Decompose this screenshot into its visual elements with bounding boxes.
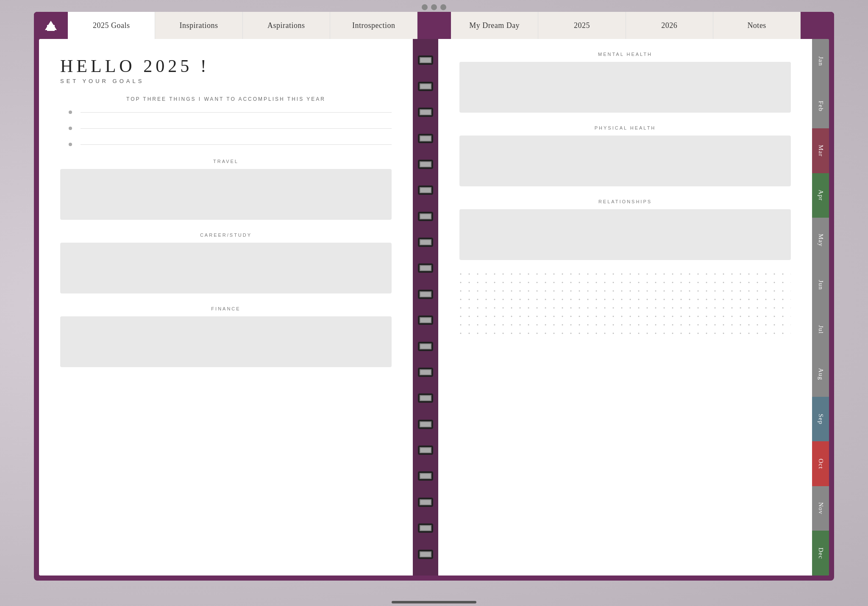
bullet-list — [60, 111, 392, 146]
travel-label: TRAVEL — [60, 159, 392, 164]
traffic-dot-3 — [440, 4, 446, 10]
month-tab-sep[interactable]: Sep — [812, 397, 829, 442]
spiral-ring-11 — [418, 315, 433, 325]
bullet-item-3 — [69, 143, 392, 146]
planner-container: 2025 Goals Inspirations Aspirations Intr… — [34, 12, 834, 581]
spiral-ring-6 — [418, 185, 433, 195]
page-right: MENTAL HEALTH PHYSICAL HEALTH RELATIONSH… — [438, 39, 812, 576]
tab-2025-goals[interactable]: 2025 Goals — [68, 12, 155, 39]
month-tab-dec[interactable]: Dec — [812, 531, 829, 576]
scrollbar[interactable] — [392, 601, 476, 603]
spiral-ring-1 — [418, 55, 433, 65]
month-tab-aug[interactable]: Aug — [812, 352, 829, 397]
mental-health-section: MENTAL HEALTH — [459, 52, 791, 113]
month-tab-apr[interactable]: Apr — [812, 173, 829, 218]
month-tab-jun[interactable]: Jun — [812, 263, 829, 307]
nav-bar: 2025 Goals Inspirations Aspirations Intr… — [34, 12, 834, 39]
tab-2026[interactable]: 2026 — [626, 12, 713, 39]
mental-health-label: MENTAL HEALTH — [459, 52, 791, 57]
bullet-line-3 — [81, 144, 392, 145]
traffic-dot-2 — [431, 4, 437, 10]
month-tabs: Jan Feb Mar Apr May Jun Jul Aug Sep Oct … — [812, 39, 829, 576]
top-section-label: TOP THREE THINGS I WANT TO ACCOMPLISH TH… — [60, 96, 392, 102]
month-tab-oct[interactable]: Oct — [812, 441, 829, 486]
home-arrow-icon — [45, 21, 57, 30]
spiral-ring-16 — [418, 446, 433, 455]
nav-home-button[interactable] — [34, 12, 68, 39]
bullet-line-1 — [81, 112, 392, 113]
mental-health-box[interactable] — [459, 62, 791, 113]
nav-gap-1 — [417, 12, 451, 39]
relationships-section: RELATIONSHIPS — [459, 199, 791, 260]
spiral-ring-3 — [418, 108, 433, 117]
bullet-dot-1 — [69, 111, 72, 114]
page-left: HELLO 2025 ! SET YOUR GOALS TOP THREE TH… — [39, 39, 413, 576]
spiral-ring-12 — [418, 342, 433, 351]
spiral-ring-13 — [418, 368, 433, 377]
month-tab-jul[interactable]: Jul — [812, 307, 829, 352]
tab-2025[interactable]: 2025 — [538, 12, 626, 39]
spiral-ring-20 — [418, 550, 433, 559]
spiral-ring-8 — [418, 238, 433, 247]
tab-notes[interactable]: Notes — [713, 12, 801, 39]
spiral-ring-5 — [418, 160, 433, 169]
spiral-binding — [413, 39, 438, 576]
tab-introspection[interactable]: Introspection — [330, 12, 417, 39]
travel-box[interactable] — [60, 169, 392, 220]
tab-my-dream-day[interactable]: My Dream Day — [451, 12, 538, 39]
traffic-dot-1 — [422, 4, 428, 10]
spiral-ring-4 — [418, 134, 433, 143]
month-tab-may[interactable]: May — [812, 218, 829, 263]
page-subtitle: SET YOUR GOALS — [60, 78, 392, 84]
spiral-ring-14 — [418, 393, 433, 403]
month-tab-mar[interactable]: Mar — [812, 128, 829, 173]
spiral-ring-10 — [418, 290, 433, 299]
bullet-item-2 — [69, 127, 392, 130]
nav-gap-2 — [801, 12, 834, 39]
spiral-ring-18 — [418, 498, 433, 507]
book-area: HELLO 2025 ! SET YOUR GOALS TOP THREE TH… — [39, 39, 829, 576]
dotted-notes-area[interactable] — [459, 273, 791, 342]
bullet-line-2 — [81, 128, 392, 129]
relationships-label: RELATIONSHIPS — [459, 199, 791, 204]
dot-grid-svg — [459, 273, 791, 340]
physical-health-box[interactable] — [459, 136, 791, 186]
spiral-ring-17 — [418, 471, 433, 481]
spiral-ring-15 — [418, 420, 433, 429]
physical-health-label: PHYSICAL HEALTH — [459, 125, 791, 130]
spiral-ring-7 — [418, 212, 433, 221]
page-number: 2 of 116 — [44, 563, 78, 574]
tab-inspirations[interactable]: Inspirations — [155, 12, 242, 39]
month-tab-jan[interactable]: Jan — [812, 39, 829, 84]
relationships-box[interactable] — [459, 209, 791, 260]
finance-label: FINANCE — [60, 306, 392, 311]
month-tab-feb[interactable]: Feb — [812, 84, 829, 129]
bullet-item-1 — [69, 111, 392, 114]
finance-box[interactable] — [60, 316, 392, 367]
svg-rect-1 — [459, 273, 791, 340]
spiral-ring-9 — [418, 263, 433, 273]
tab-aspirations[interactable]: Aspirations — [243, 12, 330, 39]
traffic-lights — [0, 0, 868, 13]
month-tab-nov[interactable]: Nov — [812, 486, 829, 531]
page-title: HELLO 2025 ! — [60, 56, 392, 76]
spiral-ring-2 — [418, 82, 433, 91]
physical-health-section: PHYSICAL HEALTH — [459, 125, 791, 186]
bullet-dot-3 — [69, 143, 72, 146]
career-box[interactable] — [60, 243, 392, 293]
career-label: CAREER/STUDY — [60, 232, 392, 238]
spiral-ring-19 — [418, 523, 433, 533]
bullet-dot-2 — [69, 127, 72, 130]
